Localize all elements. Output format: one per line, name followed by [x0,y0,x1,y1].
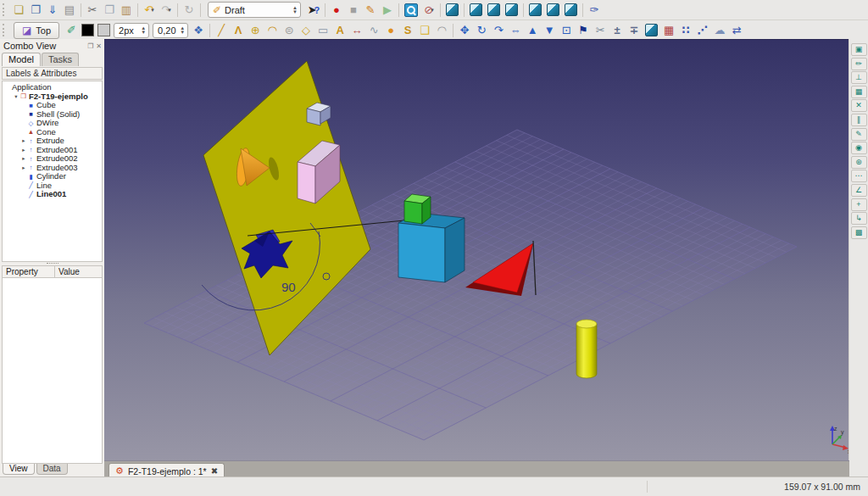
copy-icon[interactable]: ❐ [101,2,118,19]
3d-scene[interactable]: 90 [104,40,849,461]
undo-icon-dropdown[interactable]: ▾ [151,7,154,14]
text-scale-spinner[interactable]: 0,20 ▲▼ [153,23,188,38]
scale-icon[interactable]: ⊡ [558,22,575,39]
snap-intersection-icon[interactable]: ✕ [851,99,867,112]
view-bottom-icon[interactable] [547,3,559,16]
tree-expander[interactable]: ▸ [20,164,27,173]
draft-arc-icon[interactable]: ◠ [264,22,281,39]
draft-line-icon[interactable]: ╱ [213,22,230,39]
array-icon[interactable]: ▦ [660,22,677,39]
point-array-icon[interactable]: ∷ [677,22,694,39]
panel-float-icon[interactable]: ❐ [87,42,93,50]
snap-special-icon[interactable]: ⊛ [851,156,867,169]
toolbar-grip[interactable] [3,24,8,36]
snap-midpoint-icon[interactable]: + [851,198,867,211]
undo-icon[interactable]: ↶▾ [141,2,158,19]
property-table-body[interactable] [2,278,103,464]
shape2dview-icon[interactable] [645,24,658,36]
clone-icon[interactable]: ☁ [711,22,728,39]
tree-item-extrude[interactable]: ▸↑Extrude [3,137,102,146]
snap-grid-icon[interactable]: ▦ [851,86,867,98]
view-top-icon[interactable] [487,3,500,16]
draft-bspline-icon[interactable]: ∿ [365,22,382,39]
snap-center-icon[interactable]: ◉ [851,142,867,154]
snap-perpendicular-icon[interactable]: ⊥ [851,71,867,84]
rotate-icon[interactable]: ↻ [473,22,490,39]
panel-close-icon[interactable]: ✕ [96,42,102,50]
move-icon[interactable]: ✥ [456,22,473,39]
draft-bezier-icon[interactable]: ◠ [433,22,450,39]
tree-item-dwire[interactable]: ◇DWire [3,119,102,128]
line-width-spinner[interactable]: 2px ▲▼ [114,23,149,38]
draft-text-icon[interactable]: A [331,22,348,39]
snap-dimensions-icon[interactable]: ⋯ [851,170,867,182]
draft-wire-icon[interactable]: Λ [230,22,247,39]
redo-icon[interactable]: ↷▾ [158,2,175,19]
text-scale-arrows[interactable]: ▲▼ [177,26,185,35]
view-rear-icon[interactable] [529,3,542,16]
view-front-icon[interactable] [470,3,482,16]
line-width-arrows[interactable]: ▲▼ [138,26,146,35]
tree-item-line001[interactable]: ╱Line001 [3,190,102,199]
tree-item-cube[interactable]: ■Cube [3,101,102,110]
tab-data-properties[interactable]: Data [36,464,68,475]
tab-model[interactable]: Model [2,53,41,66]
autogroup-icon[interactable]: ❖ [190,22,207,39]
property-column-header[interactable]: Property [3,266,55,277]
snap-near-icon[interactable]: ✎ [851,128,867,141]
document-tab-close-icon[interactable]: ✖ [211,466,218,476]
draft-dimension-icon[interactable]: ↔ [348,22,365,39]
open-file-icon[interactable]: ❐ [27,2,44,19]
save-icon[interactable]: ⇓ [44,2,61,19]
snap-extension-icon[interactable]: ↳ [851,212,867,225]
snap-parallel-icon[interactable]: ∥ [851,114,867,126]
working-plane-button[interactable]: ◪ Top [14,22,59,39]
tree-item-extrude002[interactable]: ▸↑Extrude002 [3,154,102,164]
line-color-swatch[interactable] [81,24,94,36]
tree-expander[interactable]: ▸ [20,154,27,164]
view-axonometric-icon[interactable] [446,3,459,16]
green-cube[interactable] [404,194,431,224]
edit-icon[interactable]: ⚑ [575,22,592,39]
draft-rectangle-icon[interactable]: ▭ [314,22,331,39]
model-tree[interactable]: Application▾❒F2-T19-ejemplo■Cube■Shell (… [2,81,103,262]
value-column-header[interactable]: Value [55,267,102,276]
3d-viewport[interactable]: 90 [104,39,849,461]
whats-this-icon[interactable]: ➤? [305,2,322,19]
toolbar-grip[interactable] [3,3,8,16]
snap-angle-icon[interactable]: ∠ [851,184,867,197]
workbench-selector[interactable]: ✐ Draft ▲▼ [208,2,301,18]
add-point-icon[interactable]: ± [609,22,626,39]
snap-endpoint-icon[interactable]: ✏ [851,58,867,70]
draw-style-icon-dropdown[interactable]: ▾ [431,7,434,14]
draft-point-icon[interactable]: ● [382,22,399,39]
macro-play-icon[interactable]: ▶ [379,2,396,19]
tree-item-cylinder[interactable]: ▮Cylinder [3,172,102,181]
face-color-swatch[interactable] [97,24,110,36]
draft-shapestring-icon[interactable]: S [399,22,416,39]
macro-record-icon[interactable]: ● [328,2,345,19]
refresh-icon[interactable]: ↻ [181,2,198,19]
draft-to-sketch-icon[interactable]: ⇄ [728,22,745,39]
tree-item-application[interactable]: Application [3,83,102,92]
paste-icon[interactable]: ▥ [118,2,135,19]
construction-mode-icon[interactable]: ✐ [63,22,80,39]
tab-tasks[interactable]: Tasks [42,53,79,66]
tab-view-properties[interactable]: View [3,464,35,475]
yellow-cylinder[interactable] [576,320,597,378]
upgrade-icon[interactable]: ▲ [524,22,541,39]
tree-expander[interactable]: ▸ [20,137,27,146]
macro-edit-icon[interactable]: ✎ [362,2,379,19]
draft-circle-icon[interactable]: ⊕ [247,22,264,39]
view-left-icon[interactable] [565,3,577,16]
cut-icon[interactable]: ✂ [84,2,101,19]
draw-style-icon[interactable]: ⊘▾ [420,2,437,19]
downgrade-icon[interactable]: ▼ [541,22,558,39]
draft-ellipse-icon[interactable]: ⊜ [281,22,298,39]
snap-working-plane-icon[interactable]: ▩ [851,226,867,239]
print-icon[interactable]: ▤ [61,2,78,19]
path-array-icon[interactable]: ⋰ [694,22,711,39]
macro-stop-icon[interactable]: ■ [345,2,362,19]
measure-icon[interactable]: ✑ [586,2,603,19]
fit-all-icon[interactable] [404,3,418,17]
